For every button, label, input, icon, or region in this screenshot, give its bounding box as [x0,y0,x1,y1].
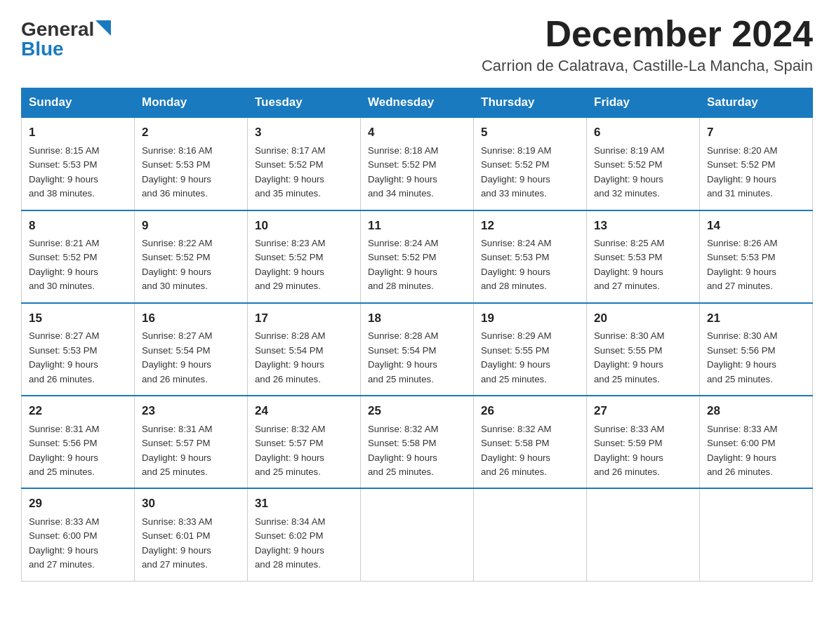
calendar-cell: 12 Sunrise: 8:24 AMSunset: 5:53 PMDaylig… [474,210,587,303]
svg-marker-0 [95,20,111,36]
day-number: 20 [594,309,692,328]
day-info: Sunrise: 8:27 AMSunset: 5:53 PMDaylight:… [29,330,99,384]
header: General Blue December 2024 Carrion de Ca… [21,14,813,75]
calendar-cell: 8 Sunrise: 8:21 AMSunset: 5:52 PMDayligh… [22,210,135,303]
day-info: Sunrise: 8:26 AMSunset: 5:53 PMDaylight:… [707,238,777,291]
calendar-cell: 16 Sunrise: 8:27 AMSunset: 5:54 PMDaylig… [135,303,248,396]
header-sunday: Sunday [22,88,135,118]
calendar-cell: 22 Sunrise: 8:31 AMSunset: 5:56 PMDaylig… [22,396,135,488]
day-info: Sunrise: 8:23 AMSunset: 5:52 PMDaylight:… [255,238,325,291]
logo-general-text: General [21,20,94,39]
day-number: 9 [142,217,240,235]
day-number: 16 [142,309,240,328]
calendar-cell: 10 Sunrise: 8:23 AMSunset: 5:52 PMDaylig… [248,210,361,303]
day-number: 15 [29,309,127,328]
day-info: Sunrise: 8:24 AMSunset: 5:52 PMDaylight:… [368,238,438,291]
header-thursday: Thursday [474,88,587,118]
day-info: Sunrise: 8:30 AMSunset: 5:56 PMDaylight:… [707,330,777,384]
day-info: Sunrise: 8:22 AMSunset: 5:52 PMDaylight:… [142,238,212,291]
day-number: 27 [594,402,692,420]
calendar-week-row: 1 Sunrise: 8:15 AMSunset: 5:53 PMDayligh… [22,117,813,210]
day-number: 22 [29,402,127,420]
day-number: 11 [368,217,466,235]
calendar-cell: 21 Sunrise: 8:30 AMSunset: 5:56 PMDaylig… [700,303,813,396]
day-number: 25 [368,402,466,420]
day-info: Sunrise: 8:29 AMSunset: 5:55 PMDaylight:… [481,330,551,384]
day-info: Sunrise: 8:27 AMSunset: 5:54 PMDaylight:… [142,330,212,384]
calendar-cell [700,488,813,581]
day-info: Sunrise: 8:33 AMSunset: 6:01 PMDaylight:… [142,516,212,570]
day-info: Sunrise: 8:20 AMSunset: 5:52 PMDaylight:… [707,145,777,199]
day-info: Sunrise: 8:34 AMSunset: 6:02 PMDaylight:… [255,516,325,570]
day-info: Sunrise: 8:33 AMSunset: 6:00 PMDaylight:… [29,516,99,570]
calendar-cell: 7 Sunrise: 8:20 AMSunset: 5:52 PMDayligh… [700,117,813,210]
day-info: Sunrise: 8:15 AMSunset: 5:53 PMDaylight:… [29,145,99,199]
day-info: Sunrise: 8:28 AMSunset: 5:54 PMDaylight:… [368,330,438,384]
day-number: 29 [29,495,127,513]
header-tuesday: Tuesday [248,88,361,118]
day-info: Sunrise: 8:24 AMSunset: 5:53 PMDaylight:… [481,238,551,291]
day-number: 5 [481,123,579,142]
day-number: 19 [481,309,579,328]
title-area: December 2024 Carrion de Calatrava, Cast… [482,14,813,75]
day-info: Sunrise: 8:32 AMSunset: 5:58 PMDaylight:… [481,424,551,477]
day-number: 3 [255,123,353,142]
day-info: Sunrise: 8:25 AMSunset: 5:53 PMDaylight:… [594,238,664,291]
calendar-cell [361,488,474,581]
calendar-cell: 2 Sunrise: 8:16 AMSunset: 5:53 PMDayligh… [135,117,248,210]
day-number: 1 [29,123,127,142]
calendar-cell: 14 Sunrise: 8:26 AMSunset: 5:53 PMDaylig… [700,210,813,303]
calendar-cell: 27 Sunrise: 8:33 AMSunset: 5:59 PMDaylig… [587,396,700,488]
day-info: Sunrise: 8:28 AMSunset: 5:54 PMDaylight:… [255,330,325,384]
day-number: 24 [255,402,353,420]
day-info: Sunrise: 8:33 AMSunset: 5:59 PMDaylight:… [594,424,664,477]
day-info: Sunrise: 8:19 AMSunset: 5:52 PMDaylight:… [594,145,664,199]
calendar-cell: 5 Sunrise: 8:19 AMSunset: 5:52 PMDayligh… [474,117,587,210]
calendar-cell [474,488,587,581]
calendar-cell [587,488,700,581]
calendar-cell: 31 Sunrise: 8:34 AMSunset: 6:02 PMDaylig… [248,488,361,581]
calendar-header-row: SundayMondayTuesdayWednesdayThursdayFrid… [22,88,813,118]
day-number: 10 [255,217,353,235]
calendar-week-row: 22 Sunrise: 8:31 AMSunset: 5:56 PMDaylig… [22,396,813,488]
calendar-week-row: 15 Sunrise: 8:27 AMSunset: 5:53 PMDaylig… [22,303,813,396]
header-friday: Friday [587,88,700,118]
day-info: Sunrise: 8:31 AMSunset: 5:56 PMDaylight:… [29,424,99,477]
logo: General Blue [21,14,111,59]
calendar-cell: 24 Sunrise: 8:32 AMSunset: 5:57 PMDaylig… [248,396,361,488]
calendar-table: SundayMondayTuesdayWednesdayThursdayFrid… [21,88,813,582]
day-number: 31 [255,495,353,513]
calendar-cell: 3 Sunrise: 8:17 AMSunset: 5:52 PMDayligh… [248,117,361,210]
day-info: Sunrise: 8:32 AMSunset: 5:58 PMDaylight:… [368,424,438,477]
calendar-week-row: 8 Sunrise: 8:21 AMSunset: 5:52 PMDayligh… [22,210,813,303]
day-number: 26 [481,402,579,420]
calendar-cell: 13 Sunrise: 8:25 AMSunset: 5:53 PMDaylig… [587,210,700,303]
calendar-cell: 6 Sunrise: 8:19 AMSunset: 5:52 PMDayligh… [587,117,700,210]
day-number: 23 [142,402,240,420]
header-wednesday: Wednesday [361,88,474,118]
day-info: Sunrise: 8:17 AMSunset: 5:52 PMDaylight:… [255,145,325,199]
calendar-cell: 17 Sunrise: 8:28 AMSunset: 5:54 PMDaylig… [248,303,361,396]
logo-blue-text: Blue [21,39,64,59]
calendar-cell: 23 Sunrise: 8:31 AMSunset: 5:57 PMDaylig… [135,396,248,488]
day-info: Sunrise: 8:19 AMSunset: 5:52 PMDaylight:… [481,145,551,199]
calendar-week-row: 29 Sunrise: 8:33 AMSunset: 6:00 PMDaylig… [22,488,813,581]
calendar-cell: 28 Sunrise: 8:33 AMSunset: 6:00 PMDaylig… [700,396,813,488]
calendar-cell: 1 Sunrise: 8:15 AMSunset: 5:53 PMDayligh… [22,117,135,210]
header-monday: Monday [135,88,248,118]
day-number: 6 [594,123,692,142]
day-number: 12 [481,217,579,235]
calendar-cell: 9 Sunrise: 8:22 AMSunset: 5:52 PMDayligh… [135,210,248,303]
day-number: 30 [142,495,240,513]
day-number: 2 [142,123,240,142]
calendar-cell: 15 Sunrise: 8:27 AMSunset: 5:53 PMDaylig… [22,303,135,396]
day-info: Sunrise: 8:33 AMSunset: 6:00 PMDaylight:… [707,424,777,477]
calendar-cell: 29 Sunrise: 8:33 AMSunset: 6:00 PMDaylig… [22,488,135,581]
day-number: 18 [368,309,466,328]
day-info: Sunrise: 8:21 AMSunset: 5:52 PMDaylight:… [29,238,99,291]
calendar-cell: 20 Sunrise: 8:30 AMSunset: 5:55 PMDaylig… [587,303,700,396]
day-number: 13 [594,217,692,235]
day-number: 21 [707,309,805,328]
calendar-cell: 18 Sunrise: 8:28 AMSunset: 5:54 PMDaylig… [361,303,474,396]
calendar-cell: 4 Sunrise: 8:18 AMSunset: 5:52 PMDayligh… [361,117,474,210]
